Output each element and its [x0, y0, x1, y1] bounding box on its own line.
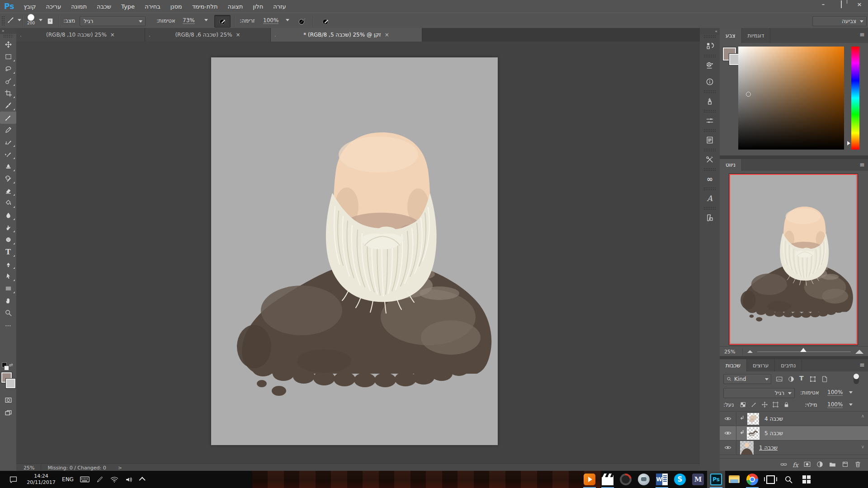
menu-type[interactable]: Type: [116, 0, 140, 13]
lock-transparency-icon[interactable]: [740, 401, 746, 409]
start-icon[interactable]: [797, 471, 816, 488]
tab-layers[interactable]: שכבות: [720, 359, 747, 371]
touch-keyboard-icon[interactable]: [77, 471, 92, 488]
new-group-folder-icon[interactable]: [829, 460, 836, 469]
menu-view[interactable]: תצוגה: [223, 0, 248, 13]
menu-window[interactable]: חלון: [248, 0, 268, 13]
background-color-swatch[interactable]: [6, 379, 15, 388]
layer-name[interactable]: שכבה 4: [764, 416, 783, 422]
path-selection-tool[interactable]: [0, 270, 16, 282]
menu-help[interactable]: עזרה: [268, 0, 291, 13]
blend-mode-dropdown[interactable]: רגיל: [80, 16, 146, 26]
document-tab-2[interactable]: . 25% (שכבה 6, RGB/8) ×: [145, 28, 271, 42]
smudge-tool[interactable]: [0, 221, 16, 234]
language-indicator[interactable]: ENG: [60, 471, 76, 488]
tab-swatches[interactable]: דוגמיות: [742, 28, 771, 43]
filter-smart-object-icon[interactable]: [821, 375, 828, 384]
layer-blend-mode-dropdown[interactable]: רגיל: [723, 388, 795, 398]
eraser-tool[interactable]: [0, 185, 16, 197]
close-button[interactable]: ×: [854, 1, 865, 8]
more-tools-button[interactable]: ⋯: [0, 319, 16, 331]
show-hidden-icons-chevron[interactable]: [137, 471, 149, 488]
lock-artboard-icon[interactable]: [772, 401, 779, 409]
app-word-icon[interactable]: W: [653, 471, 671, 488]
blur-tool[interactable]: [0, 209, 16, 221]
opacity-value[interactable]: 73%: [183, 17, 195, 24]
brush-size-picker[interactable]: 200: [27, 14, 35, 25]
screen-mode-button[interactable]: [0, 407, 16, 419]
chevron-down-icon[interactable]: [286, 19, 289, 21]
paint-bucket-tool[interactable]: [0, 197, 16, 209]
tab-paths[interactable]: נתיבים: [775, 359, 802, 371]
pen-tool[interactable]: [0, 258, 16, 270]
toggle-brush-panel-button[interactable]: [44, 15, 56, 27]
layer-thumbnail[interactable]: [747, 413, 759, 425]
menu-image[interactable]: תמונה: [66, 0, 92, 13]
document-tab-1[interactable]: . 25% (שכבה 10, RGB/8) ×: [16, 28, 145, 42]
hue-slider[interactable]: [851, 47, 859, 150]
app-gray-utility-icon[interactable]: [635, 471, 653, 488]
document-canvas[interactable]: [211, 57, 498, 445]
close-tab-icon[interactable]: ×: [385, 32, 389, 38]
brush-tool-preset-button[interactable]: [6, 15, 21, 24]
menu-filter[interactable]: מסנן: [165, 0, 187, 13]
brush-settings-panel-button[interactable]: [700, 113, 720, 129]
adjustment-layer-icon[interactable]: [816, 460, 824, 469]
menu-edit[interactable]: עריכה: [41, 0, 66, 13]
app-photoshop-icon[interactable]: Ps: [707, 471, 725, 488]
notes-panel-button[interactable]: [700, 210, 720, 226]
app-explorer-icon[interactable]: [725, 471, 743, 488]
lock-paint-icon[interactable]: [750, 401, 757, 409]
filter-shape-icon[interactable]: [809, 375, 816, 384]
shape-tool[interactable]: [0, 282, 16, 295]
hue-slider-arrow[interactable]: [847, 141, 850, 145]
chevron-down-icon[interactable]: [204, 19, 208, 21]
panel-menu-icon[interactable]: ≡: [859, 161, 864, 168]
zoom-level[interactable]: 25%: [24, 465, 34, 471]
collapse-tools-button[interactable]: »: [0, 28, 16, 34]
layer-row-4[interactable]: שכבה 4 ∧: [720, 412, 868, 426]
brush-tool[interactable]: [0, 112, 16, 124]
eyedropper-tool[interactable]: [0, 99, 16, 112]
chevron-down-icon[interactable]: [849, 404, 853, 406]
filter-type-dropdown[interactable]: Kind: [723, 374, 771, 384]
chevron-down-icon[interactable]: [849, 391, 853, 394]
pencil-tool[interactable]: [0, 124, 16, 136]
menu-select[interactable]: בחירה: [140, 0, 165, 13]
chevron-down-icon[interactable]: [39, 19, 42, 21]
scroll-up-icon[interactable]: ∧: [861, 413, 864, 418]
zoom-in-button[interactable]: [855, 350, 863, 354]
close-tab-icon[interactable]: ×: [110, 32, 115, 38]
new-layer-icon[interactable]: [841, 460, 849, 469]
navigator-zoom-slider[interactable]: [757, 352, 851, 352]
layer-row-1[interactable]: שכבה 1 ∨: [720, 441, 868, 455]
status-expand-chevron[interactable]: >: [118, 465, 122, 471]
add-layer-mask-icon[interactable]: [803, 460, 811, 469]
clock[interactable]: 14:24 20/11/2017: [24, 471, 59, 488]
document-tab-active[interactable]: . זקן @ 25% (שכבה 5, RGB/8) * ×: [271, 28, 422, 42]
type-tool[interactable]: T: [0, 246, 16, 258]
layer-row-5-selected[interactable]: שכבה 5: [720, 426, 868, 441]
properties-3d-panel-button[interactable]: [700, 57, 720, 74]
move-tool[interactable]: [0, 38, 16, 51]
layer-opacity-value[interactable]: 100%: [827, 389, 843, 396]
layer-name[interactable]: שכבה 5: [764, 430, 783, 436]
panel-menu-icon[interactable]: ≡: [859, 31, 864, 38]
pressure-opacity-button[interactable]: [214, 15, 231, 28]
tab-navigator[interactable]: ניווט: [720, 159, 742, 171]
glyphs-panel-button[interactable]: A: [700, 190, 720, 206]
quick-selection-tool[interactable]: [0, 75, 16, 87]
fill-value[interactable]: 100%: [827, 401, 843, 408]
default-colors-icon[interactable]: [2, 362, 9, 371]
expand-panels-button[interactable]: «: [700, 28, 720, 35]
close-tab-icon[interactable]: ×: [236, 32, 241, 38]
task-view-icon[interactable]: [761, 471, 779, 488]
lock-position-icon[interactable]: [761, 401, 768, 409]
app-movie-maker-icon[interactable]: [599, 471, 617, 488]
color-replacement-tool[interactable]: [0, 136, 16, 148]
app-media-player-icon[interactable]: [580, 471, 599, 488]
scroll-down-icon[interactable]: ∨: [861, 444, 864, 449]
swap-colors-icon[interactable]: ⇄: [9, 362, 13, 367]
app-chrome-icon[interactable]: [743, 471, 761, 488]
options-grip[interactable]: [1, 16, 5, 26]
